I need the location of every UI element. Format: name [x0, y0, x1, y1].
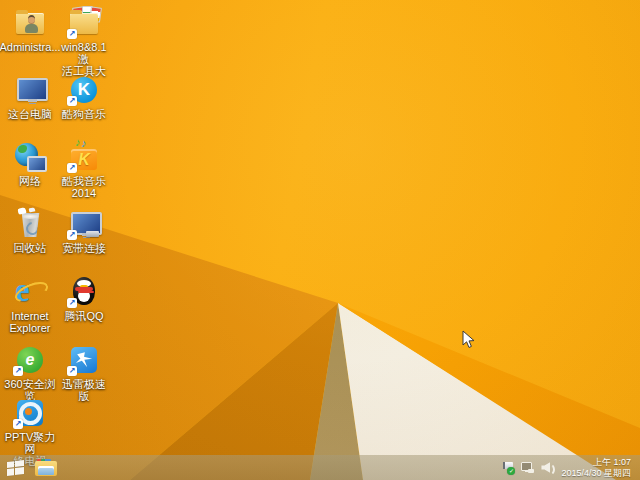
folder-files-icon: ↗	[67, 6, 101, 40]
windows-logo-icon	[7, 460, 24, 476]
desktop-icon-kugou[interactable]: K ↗ 酷狗音乐	[57, 73, 111, 120]
system-tray: ✓ 上午 1:07 2015/4/30 星期四	[501, 457, 640, 479]
desktop-icon-network[interactable]: 网络	[3, 140, 57, 187]
computer-icon	[13, 73, 47, 107]
icon-label: 迅雷极速版	[57, 378, 111, 402]
taskbar-file-explorer-button[interactable]	[30, 455, 62, 480]
broadband-connection-icon: ↗	[67, 207, 101, 241]
globe-network-icon	[13, 140, 47, 174]
folder-user-icon	[13, 6, 47, 40]
shortcut-arrow-icon: ↗	[13, 419, 23, 429]
taskbar-clock[interactable]: 上午 1:07 2015/4/30 星期四	[561, 457, 635, 479]
recycle-bin-icon	[13, 207, 47, 241]
desktop[interactable]: Administra... 这台电脑 网络 回收站 e Internet Exp…	[0, 0, 640, 480]
icon-label: Administra...	[0, 41, 61, 53]
icon-label: 宽带连接	[62, 242, 106, 254]
shortcut-arrow-icon: ↗	[67, 298, 77, 308]
desktop-icon-this-pc[interactable]: 这台电脑	[3, 73, 57, 120]
desktop-icon-qq[interactable]: ↗ 腾讯QQ	[57, 275, 111, 322]
icon-label: 这台电脑	[8, 108, 52, 120]
clock-date: 2015/4/30 星期四	[561, 468, 631, 479]
desktop-icon-administrator[interactable]: Administra...	[3, 6, 57, 53]
shortcut-arrow-icon: ↗	[13, 366, 23, 376]
ie-icon: e	[13, 275, 47, 309]
mouse-cursor	[462, 330, 475, 353]
icon-label: 腾讯QQ	[64, 310, 103, 322]
start-button[interactable]	[0, 455, 30, 480]
desktop-icon-broadband[interactable]: ↗ 宽带连接	[57, 207, 111, 254]
action-center-icon[interactable]: ✓	[501, 461, 514, 474]
icon-label: 回收站	[14, 242, 47, 254]
kugou-icon: K ↗	[67, 73, 101, 107]
icon-label: 酷我音乐 2014	[62, 175, 106, 199]
desktop-icon-recycle-bin[interactable]: 回收站	[3, 207, 57, 254]
green-check-icon: ✓	[507, 467, 515, 475]
shortcut-arrow-icon: ↗	[67, 29, 77, 39]
shortcut-arrow-icon: ↗	[67, 163, 77, 173]
volume-icon[interactable]	[541, 461, 554, 474]
icon-label: 网络	[19, 175, 41, 187]
desktop-icon-internet-explorer[interactable]: e Internet Explorer	[3, 275, 57, 334]
kuwo-icon: K ♪ ↗	[67, 140, 101, 174]
shortcut-arrow-icon: ↗	[67, 96, 77, 106]
desktop-icon-xunlei[interactable]: ↗ 迅雷极速版	[57, 343, 111, 402]
network-tray-icon[interactable]	[521, 461, 534, 474]
file-explorer-icon	[35, 459, 57, 476]
taskbar: ✓ 上午 1:07 2015/4/30 星期四	[0, 455, 640, 480]
desktop-icon-kuwo[interactable]: K ♪ ↗ 酷我音乐 2014	[57, 140, 111, 199]
icon-label: 酷狗音乐	[62, 108, 106, 120]
shortcut-arrow-icon: ↗	[67, 366, 77, 376]
qq-penguin-icon: ↗	[67, 275, 101, 309]
icon-label: Internet Explorer	[10, 310, 51, 334]
shortcut-arrow-icon: ↗	[67, 230, 77, 240]
pptv-icon: ↗	[13, 396, 47, 430]
360-browser-icon: e ↗	[13, 343, 47, 377]
clock-time: 上午 1:07	[561, 457, 631, 468]
xunlei-bird-icon: ↗	[67, 343, 101, 377]
